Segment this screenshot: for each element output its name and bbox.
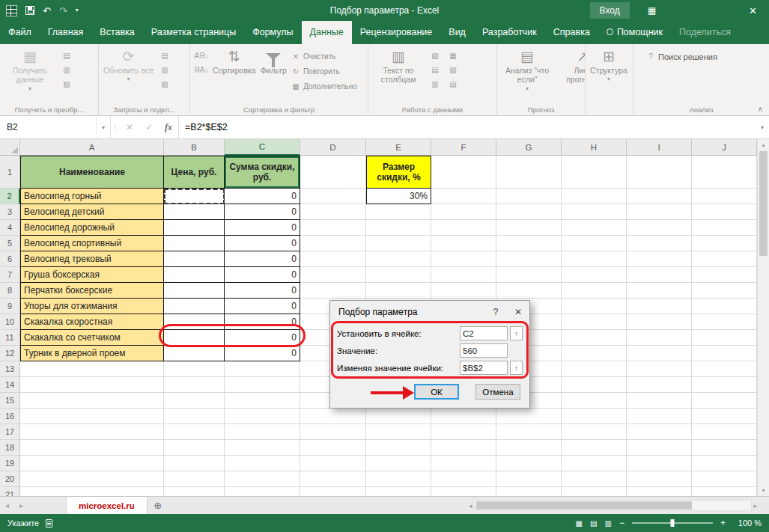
- cell-H15[interactable]: [562, 393, 627, 409]
- cell-I8[interactable]: [627, 283, 692, 299]
- dialog-close-icon[interactable]: ✕: [507, 301, 529, 322]
- cell-H10[interactable]: [562, 314, 627, 330]
- row-header-16[interactable]: 16: [0, 409, 20, 424]
- cell-G4[interactable]: [496, 220, 562, 236]
- close-window-icon[interactable]: ✕: [743, 5, 763, 16]
- scroll-down-icon[interactable]: ▾: [762, 487, 765, 494]
- row-header-18[interactable]: 18: [0, 440, 20, 456]
- cell-E3[interactable]: [366, 204, 431, 220]
- sheet-nav-left-icon[interactable]: ◂: [0, 497, 14, 514]
- row-header-17[interactable]: 17: [0, 424, 20, 440]
- tab-page-layout[interactable]: Разметка страницы: [143, 21, 244, 44]
- cell-C9[interactable]: 0: [225, 299, 300, 314]
- cell-J5[interactable]: [692, 236, 757, 251]
- text-to-columns-button[interactable]: ▥ Текст по столбцам: [371, 47, 426, 85]
- tab-assistant[interactable]: Помощник: [598, 21, 671, 44]
- cell-E18[interactable]: [366, 440, 431, 456]
- cell-B12[interactable]: [164, 346, 225, 361]
- cell-F18[interactable]: [431, 440, 496, 456]
- row-header-19[interactable]: 19: [0, 456, 20, 471]
- existing-connections-icon[interactable]: ▧: [59, 79, 74, 91]
- cell-I6[interactable]: [627, 251, 692, 267]
- cell-I2[interactable]: [627, 189, 692, 204]
- cell-F6[interactable]: [431, 251, 496, 267]
- manage-data-model-icon[interactable]: ▤: [446, 79, 461, 91]
- dialog-field-input-3[interactable]: $B$2: [460, 361, 508, 375]
- cell-G20[interactable]: [496, 471, 562, 487]
- cell-B8[interactable]: [164, 283, 225, 299]
- scroll-right-icon[interactable]: ▸: [753, 502, 757, 510]
- cell-D4[interactable]: [300, 220, 366, 236]
- cell-I15[interactable]: [627, 393, 692, 409]
- scroll-left-icon[interactable]: ◂: [469, 502, 472, 510]
- cell-G5[interactable]: [496, 236, 562, 251]
- zoom-slider[interactable]: [632, 522, 713, 524]
- solver-button[interactable]: ? Поиск решения: [645, 50, 717, 63]
- sheet-nav-right-icon[interactable]: ▸: [14, 497, 28, 514]
- horizontal-scroll-thumb[interactable]: [476, 501, 693, 510]
- cell-D7[interactable]: [300, 267, 366, 283]
- tab-insert[interactable]: Вставка: [91, 21, 142, 44]
- cell-F4[interactable]: [431, 220, 496, 236]
- scroll-up-icon[interactable]: ▴: [762, 141, 765, 148]
- cell-C2[interactable]: 0: [225, 189, 300, 204]
- cell-G1[interactable]: [496, 156, 562, 189]
- cell-H11[interactable]: [562, 330, 627, 346]
- ribbon-display-options-icon[interactable]: ▦: [648, 5, 656, 16]
- excel-app-icon[interactable]: [6, 5, 17, 16]
- cell-A20[interactable]: [20, 471, 164, 487]
- range-picker-icon[interactable]: ↑: [510, 326, 523, 340]
- cell-I16[interactable]: [627, 409, 692, 424]
- row-header-12[interactable]: 12: [0, 346, 20, 361]
- cell-A14[interactable]: [20, 377, 164, 393]
- cancel-formula-icon[interactable]: ✕: [120, 116, 139, 138]
- row-header-14[interactable]: 14: [0, 377, 20, 393]
- row-header-13[interactable]: 13: [0, 361, 20, 377]
- cell-B15[interactable]: [164, 393, 225, 409]
- cell-G8[interactable]: [496, 283, 562, 299]
- advanced-filter-button[interactable]: ▦ Дополнительно: [291, 80, 357, 93]
- edit-links-icon[interactable]: ▧: [157, 79, 172, 91]
- cell-G2[interactable]: [496, 189, 562, 204]
- cell-A19[interactable]: [20, 456, 164, 471]
- cell-B16[interactable]: [164, 409, 225, 424]
- cell-F5[interactable]: [431, 236, 496, 251]
- cell-C1[interactable]: Сумма скидки, руб.: [225, 156, 300, 189]
- cell-C5[interactable]: 0: [225, 236, 300, 251]
- flash-fill-icon[interactable]: ▧: [428, 50, 443, 62]
- properties-icon[interactable]: ▥: [157, 64, 172, 76]
- cell-D3[interactable]: [300, 204, 366, 220]
- cell-J13[interactable]: [692, 361, 757, 377]
- cell-H20[interactable]: [562, 471, 627, 487]
- cell-C6[interactable]: 0: [225, 251, 300, 267]
- cell-E5[interactable]: [366, 236, 431, 251]
- data-validation-icon[interactable]: ▥: [428, 79, 443, 91]
- cell-G3[interactable]: [496, 204, 562, 220]
- cell-I7[interactable]: [627, 267, 692, 283]
- cell-C12[interactable]: 0: [225, 346, 300, 361]
- sort-az-icon[interactable]: АЯ↓: [194, 50, 209, 62]
- cell-F21[interactable]: [431, 487, 496, 496]
- cell-D1[interactable]: [300, 156, 366, 189]
- cell-E8[interactable]: [366, 283, 431, 299]
- cell-B11[interactable]: [164, 330, 225, 346]
- cell-B1[interactable]: Цена, руб.: [164, 156, 225, 189]
- vertical-scroll-thumb[interactable]: [759, 151, 768, 256]
- cell-C10[interactable]: 0: [225, 314, 300, 330]
- undo-icon[interactable]: ↶: [43, 6, 51, 16]
- cell-D21[interactable]: [300, 487, 366, 496]
- cell-A16[interactable]: [20, 409, 164, 424]
- cell-C15[interactable]: [225, 393, 300, 409]
- cell-F20[interactable]: [431, 471, 496, 487]
- cell-G7[interactable]: [496, 267, 562, 283]
- cell-B21[interactable]: [164, 487, 225, 496]
- tab-share[interactable]: Поделиться: [671, 21, 739, 44]
- cell-H9[interactable]: [562, 299, 627, 314]
- row-header-1[interactable]: 1: [0, 156, 20, 189]
- formula-input[interactable]: =B2*$E$2: [178, 116, 756, 138]
- save-icon[interactable]: [25, 6, 34, 15]
- row-header-4[interactable]: 4: [0, 220, 20, 236]
- cell-D16[interactable]: [300, 409, 366, 424]
- row-header-6[interactable]: 6: [0, 251, 20, 267]
- cell-D2[interactable]: [300, 189, 366, 204]
